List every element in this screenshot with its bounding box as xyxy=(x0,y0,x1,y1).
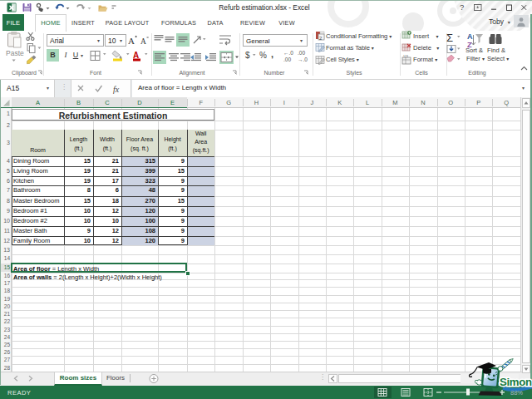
svg-text:.00: .00 xyxy=(283,57,291,62)
svg-text:A: A xyxy=(133,51,139,60)
svg-text:$: $ xyxy=(245,51,250,60)
svg-text:Simon: Simon xyxy=(500,376,532,388)
svg-text:Paste: Paste xyxy=(6,49,24,57)
svg-text:Σ: Σ xyxy=(446,32,453,44)
svg-text:fх: fх xyxy=(113,85,120,94)
svg-text:123: 123 xyxy=(403,55,408,58)
svg-text:A: A xyxy=(467,32,473,41)
svg-text:←.0: ←.0 xyxy=(283,50,293,56)
svg-text:%: % xyxy=(259,51,267,60)
svg-text:.00: .00 xyxy=(298,50,305,56)
svg-text:,: , xyxy=(271,49,273,59)
svg-text:→.0: →.0 xyxy=(298,57,308,62)
svg-text:A: A xyxy=(128,36,135,46)
svg-text:A: A xyxy=(140,37,146,46)
